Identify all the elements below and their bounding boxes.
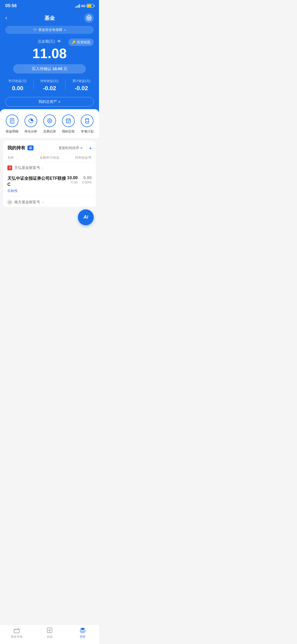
- menu-label-regular: 我的定投: [62, 129, 75, 134]
- svg-rect-21: [86, 118, 89, 123]
- ai-section: Ai: [0, 209, 99, 231]
- stat-divider-1: [34, 81, 34, 90]
- status-bar: 05:56 4G ⚡: [0, 0, 99, 11]
- fund-right-col: 10.00 0.00 0.00 0.00%: [67, 176, 92, 184]
- holdings-header: 我的持有 品 更新时间排序: [3, 141, 96, 153]
- battery-icon: ⚡: [87, 4, 94, 8]
- pending-badge: 买入待确认 10.00 元: [13, 64, 86, 73]
- fund-hold-profit: 0.00: [82, 176, 92, 180]
- menu-item-trade-records[interactable]: 交易记录: [43, 114, 56, 134]
- fund-item-tianhong-etf[interactable]: 天弘中证全指证券公司ETF联接C 目标投 10.00 0.00 0.00 0.0…: [3, 172, 96, 197]
- header: ‹ 基金: [0, 11, 99, 26]
- svg-point-4: [89, 15, 89, 15]
- signal-icon: [75, 4, 80, 8]
- menu-item-regular-invest[interactable]: 我的定投: [62, 114, 75, 134]
- fund-yesterday-profit: 0.00: [67, 180, 78, 184]
- pie-icon: [25, 114, 37, 127]
- menu-label-special: 专项计划: [81, 129, 93, 134]
- sort-button[interactable]: 更新时间排序: [59, 146, 83, 150]
- eye-icon[interactable]: 👁: [57, 39, 61, 44]
- fund-row: 天弘中证全指证券公司ETF联接C 目标投 10.00 0.00 0.00 0.0…: [7, 176, 92, 193]
- nanfang-group-arrow: ›: [42, 200, 43, 204]
- security-arrow: >: [64, 28, 66, 32]
- holdings-badge: 品: [27, 145, 34, 150]
- fund-amount: 10.00: [67, 176, 78, 180]
- stats-row: 昨日收益(元) 0.00 持有收益(元) -0.02 累计收益(元) -0.02: [5, 79, 94, 92]
- key-icon: 🔑: [72, 40, 76, 44]
- sort-divider: [86, 145, 86, 151]
- ai-label: Ai: [83, 214, 88, 220]
- menu-label-profit-detail: 收益明细: [6, 129, 18, 134]
- menu-item-position-analysis[interactable]: 持仓分析: [25, 114, 37, 134]
- stat-divider-2: [65, 81, 65, 90]
- stat-holding: 持有收益(元) -0.02: [40, 79, 58, 92]
- total-assets-button[interactable]: 我的总资产 >: [5, 97, 94, 107]
- chevron-down-icon: [80, 147, 83, 149]
- white-card: 收益明细 持仓分析: [0, 109, 99, 138]
- fund-group-nanfang[interactable]: 南方基金财富号 ›: [3, 197, 96, 207]
- robot-icon[interactable]: [84, 13, 94, 23]
- target-icon: [43, 114, 56, 127]
- doc-icon: [6, 114, 18, 127]
- security-banner[interactable]: 🛡 资金安全有保障 >: [5, 26, 94, 34]
- calendar-icon: [62, 114, 75, 127]
- page-title: 基金: [44, 15, 55, 22]
- menu-item-special-plan[interactable]: 专项计划: [81, 114, 93, 134]
- quick-menu: 收益明细 持仓分析: [0, 109, 99, 138]
- svg-point-1: [88, 17, 89, 18]
- sort-toggle-button[interactable]: [89, 146, 92, 149]
- holdings-title: 我的持有 品: [7, 145, 34, 151]
- back-button[interactable]: ‹: [5, 15, 15, 21]
- fund-name: 天弘中证全指证券公司ETF联接C: [7, 176, 67, 187]
- svg-rect-17: [66, 119, 70, 123]
- fund-hold-profit-rate: 0.00%: [82, 180, 92, 184]
- total-section: 总金额(元) 👁 🔑 投资钥匙: [5, 39, 94, 44]
- total-amount-value: 11.08: [5, 46, 94, 61]
- sort-down-icon: [89, 148, 92, 149]
- sort-up-icon: [89, 146, 92, 148]
- status-icons: 4G ⚡: [75, 4, 94, 8]
- nanfang-group-icon: [7, 200, 12, 205]
- holdings-section: 我的持有 品 更新时间排序: [3, 141, 96, 207]
- tianhong-group-icon: 天: [7, 165, 12, 170]
- svg-point-0: [87, 16, 91, 20]
- menu-label-trade: 交易记录: [43, 129, 56, 134]
- fund-tag: 目标投: [7, 188, 18, 193]
- tianhong-group-arrow: ›: [42, 166, 43, 170]
- svg-point-24: [10, 202, 10, 203]
- invest-key-button[interactable]: 🔑 投资钥匙: [68, 39, 94, 46]
- menu-label-position: 持仓分析: [25, 129, 37, 134]
- stat-cumulative: 累计收益(元) -0.02: [72, 79, 90, 92]
- ai-button[interactable]: Ai: [78, 209, 94, 225]
- table-header: 名称 金额/昨日收益 持有收益/率: [3, 153, 96, 162]
- nanfang-group-name: 南方基金财富号: [14, 200, 40, 205]
- svg-point-16: [49, 121, 50, 121]
- shield-icon: 🛡: [33, 28, 37, 32]
- bookmark-icon: [81, 114, 93, 127]
- status-time: 05:56: [5, 3, 17, 8]
- network-label: 4G: [81, 4, 86, 8]
- stat-yesterday: 昨日收益(元) 0.00: [9, 79, 27, 92]
- fund-group-tianhong[interactable]: 天 天弘基金财富号 ›: [3, 162, 96, 172]
- tianhong-group-name: 天弘基金财富号: [14, 165, 40, 170]
- svg-point-2: [89, 17, 90, 18]
- blue-section: 🛡 资金安全有保障 > 总金额(元) 👁 🔑 投资钥匙 11.08 买入待确认 …: [0, 26, 99, 114]
- menu-item-profit-detail[interactable]: 收益明细: [6, 114, 18, 134]
